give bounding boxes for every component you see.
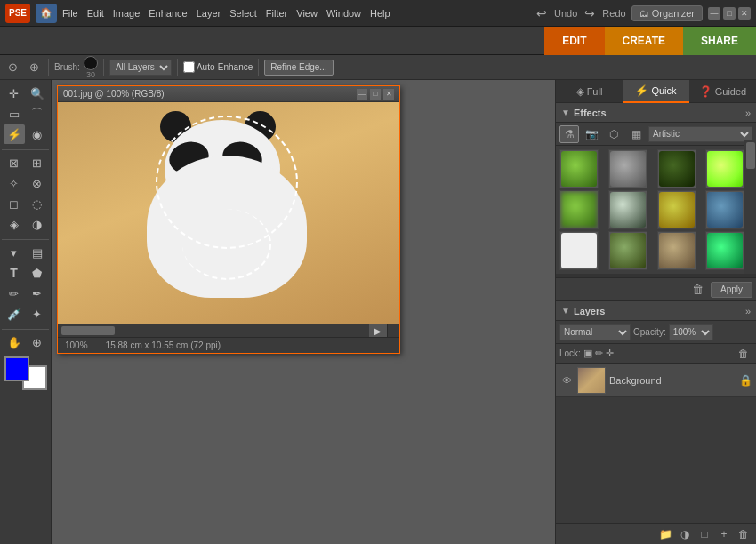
move-tool[interactable]: ✛ bbox=[4, 84, 25, 103]
doc-minimize-button[interactable]: — bbox=[357, 89, 367, 100]
delete-layer-btn[interactable]: 🗑 bbox=[735, 526, 752, 542]
effect-thumb-8[interactable] bbox=[559, 231, 599, 270]
effect-thumb-11[interactable] bbox=[705, 231, 744, 270]
subtab-full[interactable]: ◈ Full bbox=[556, 80, 623, 103]
effect-thumb-6[interactable] bbox=[657, 190, 696, 229]
menu-edit[interactable]: Edit bbox=[87, 8, 104, 19]
lock-position-icon[interactable]: ✛ bbox=[606, 348, 614, 359]
h-scrollbar-thumb[interactable] bbox=[61, 326, 115, 335]
eraser-tool[interactable]: ◻ bbox=[4, 194, 25, 213]
gradient-tool[interactable]: ▤ bbox=[27, 243, 48, 262]
magic-wand-tool[interactable]: ⚡ bbox=[4, 124, 25, 144]
effect-thumb-5[interactable] bbox=[608, 190, 647, 229]
custom-shape-tool[interactable]: ✦ bbox=[27, 304, 48, 324]
brush-tool[interactable]: ✏ bbox=[4, 284, 25, 303]
doc-close-button[interactable]: ✕ bbox=[383, 89, 394, 100]
layers-expand-icon[interactable]: » bbox=[745, 306, 751, 316]
effects-category-select[interactable]: Artistic Brush Strokes Distort Sketch St… bbox=[648, 126, 752, 142]
tab-share[interactable]: SHARE bbox=[683, 27, 756, 55]
layers-actions-bar: 📁 ◑ □ + 🗑 bbox=[556, 523, 756, 544]
layers-collapse-icon[interactable]: ▼ bbox=[561, 306, 570, 316]
effect-thumb-7[interactable] bbox=[705, 190, 744, 229]
home-button[interactable]: 🏠 bbox=[36, 4, 57, 23]
effects-delete-button[interactable]: 🗑 bbox=[689, 281, 707, 299]
layer-row[interactable]: 👁 Background 🔒 bbox=[556, 364, 756, 397]
lock-transparency-icon[interactable]: ▣ bbox=[583, 348, 592, 359]
auto-enhance-checkbox[interactable] bbox=[183, 61, 195, 73]
canvas-image[interactable] bbox=[58, 102, 399, 324]
clone-stamp-tool[interactable]: ⊗ bbox=[27, 173, 48, 193]
all-layers-select[interactable]: All Layers bbox=[109, 60, 172, 76]
zoom-view-tool[interactable]: ⊕ bbox=[27, 332, 48, 352]
subtab-guided[interactable]: ❓ Guided bbox=[689, 80, 756, 103]
delete-layer-button[interactable]: 🗑 bbox=[735, 346, 752, 362]
menu-image[interactable]: Image bbox=[113, 8, 141, 19]
create-adjustment-button[interactable]: ◑ bbox=[676, 526, 694, 542]
effect-thumb-3[interactable] bbox=[705, 149, 744, 188]
lasso-tool[interactable]: ⌒ bbox=[27, 104, 48, 124]
zoom-tool[interactable]: 🔍 bbox=[27, 84, 48, 103]
effects-textures-icon[interactable]: ▦ bbox=[626, 125, 646, 143]
effects-filters-icon[interactable]: ⚗ bbox=[559, 125, 579, 143]
menu-layer[interactable]: Layer bbox=[197, 8, 221, 19]
refine-edge-button[interactable]: Refine Edge... bbox=[264, 60, 333, 76]
scroll-right-btn[interactable]: ▶ bbox=[369, 324, 387, 337]
apply-button[interactable]: Apply bbox=[711, 282, 752, 298]
paint-bucket-tool[interactable]: ▾ bbox=[4, 243, 25, 262]
add-mask-button[interactable]: □ bbox=[696, 526, 713, 542]
create-group-button[interactable]: 📁 bbox=[656, 526, 674, 542]
menu-file[interactable]: File bbox=[62, 8, 78, 19]
doc-restore-button[interactable]: □ bbox=[370, 89, 381, 100]
healing-brush-tool[interactable]: ✧ bbox=[4, 173, 25, 193]
opacity-select[interactable]: 100% bbox=[669, 324, 713, 340]
menu-filter[interactable]: Filter bbox=[266, 8, 287, 19]
menu-help[interactable]: Help bbox=[370, 8, 390, 19]
organizer-button[interactable]: 🗂 Organizer bbox=[631, 5, 703, 21]
effect-thumb-2[interactable] bbox=[657, 149, 696, 188]
layer-visibility-toggle[interactable]: 👁 bbox=[559, 373, 574, 388]
menu-view[interactable]: View bbox=[296, 8, 318, 19]
effects-expand-icon[interactable]: » bbox=[745, 108, 751, 118]
effect-thumb-0[interactable] bbox=[559, 149, 599, 188]
lasso-options-icon[interactable]: ⊕ bbox=[25, 59, 43, 76]
lock-pixels-icon[interactable]: ✏ bbox=[595, 348, 603, 359]
effect-thumb-4[interactable] bbox=[559, 190, 599, 229]
horizontal-scrollbar[interactable]: ▶ bbox=[58, 324, 387, 337]
sponge-tool[interactable]: ◈ bbox=[4, 214, 25, 234]
redo-label[interactable]: Redo bbox=[602, 8, 625, 19]
pencil-tool[interactable]: ✒ bbox=[27, 284, 48, 303]
effects-scrollbar[interactable] bbox=[744, 140, 756, 274]
effect-thumb-10[interactable] bbox=[657, 231, 696, 270]
effects-collapse-icon[interactable]: ▼ bbox=[561, 108, 570, 117]
rectangular-marquee-tool[interactable]: ▭ bbox=[4, 104, 25, 124]
effects-photo-effects-icon[interactable]: 📷 bbox=[582, 125, 601, 143]
undo-label[interactable]: Undo bbox=[554, 8, 577, 19]
blend-mode-select[interactable]: Normal Multiply Screen Overlay bbox=[559, 324, 631, 340]
restore-button[interactable]: □ bbox=[723, 7, 736, 20]
effect-thumb-9[interactable] bbox=[608, 231, 647, 270]
effects-styles-icon[interactable]: ⬡ bbox=[604, 125, 623, 143]
new-layer-button[interactable]: + bbox=[715, 526, 733, 542]
menu-enhance[interactable]: Enhance bbox=[149, 8, 187, 19]
effects-scroll-thumb[interactable] bbox=[746, 142, 755, 169]
recompose-tool[interactable]: ⊞ bbox=[27, 153, 48, 172]
minimize-button[interactable]: — bbox=[708, 7, 720, 20]
hand-tool[interactable]: ✋ bbox=[4, 332, 25, 352]
type-tool[interactable]: T bbox=[4, 263, 25, 283]
crop-tool[interactable]: ⊠ bbox=[4, 153, 25, 172]
quick-select-tool[interactable]: ◉ bbox=[27, 124, 48, 144]
foreground-color-swatch[interactable] bbox=[4, 356, 29, 381]
close-button[interactable]: ✕ bbox=[738, 7, 751, 20]
lasso-tool-icon[interactable]: ⊙ bbox=[4, 59, 21, 76]
tab-create[interactable]: CREATE bbox=[605, 27, 683, 55]
blur-tool[interactable]: ◌ bbox=[27, 194, 48, 213]
subtab-quick[interactable]: ⚡ Quick bbox=[623, 80, 689, 103]
menu-select[interactable]: Select bbox=[229, 8, 257, 19]
shape-tool[interactable]: ⬟ bbox=[27, 263, 48, 283]
effect-thumb-1[interactable] bbox=[608, 149, 647, 188]
tab-edit[interactable]: EDIT bbox=[544, 27, 604, 55]
dodge-tool[interactable]: ◑ bbox=[27, 214, 48, 234]
document-window: 001.jpg @ 100% (RGB/8) — □ ✕ bbox=[57, 85, 400, 354]
menu-window[interactable]: Window bbox=[326, 8, 361, 19]
eyedropper-tool[interactable]: 💉 bbox=[4, 304, 25, 324]
